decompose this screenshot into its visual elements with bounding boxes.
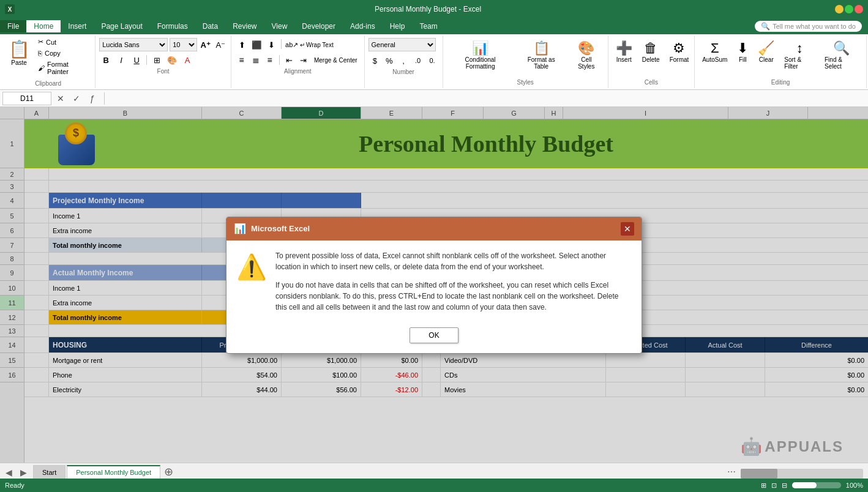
dialog-close-button[interactable]: ✕ bbox=[621, 222, 634, 236]
decrease-indent-btn[interactable]: ⇤ bbox=[283, 53, 296, 67]
align-center-btn[interactable]: ≣ bbox=[249, 53, 262, 67]
status-bar: Ready ⊞ ⊡ ⊟ 100% bbox=[0, 479, 868, 492]
paste-button[interactable]: 📋 Paste bbox=[4, 37, 34, 69]
menu-data[interactable]: Data bbox=[195, 20, 225, 32]
minimize-btn[interactable] bbox=[835, 5, 844, 13]
font-group-label: Font bbox=[99, 68, 227, 75]
dialog-body: ⚠️ To prevent possible loss of data, Exc… bbox=[226, 240, 642, 322]
view-preview-btn[interactable]: ⊟ bbox=[782, 482, 787, 490]
number-group: General $ % , .0 0. Number bbox=[365, 35, 443, 88]
app-title: Personal Monthly Budget - Excel bbox=[21, 5, 835, 13]
menu-file[interactable]: File bbox=[0, 20, 26, 32]
excel-dialog: 📊 Microsoft Excel ✕ ⚠️ To prevent possib… bbox=[226, 217, 642, 354]
italic-btn[interactable]: I bbox=[114, 53, 128, 67]
align-top-btn[interactable]: ⬆ bbox=[235, 38, 249, 51]
dialog-footer: OK bbox=[226, 322, 642, 353]
delete-cells-btn[interactable]: 🗑 Delete bbox=[638, 38, 664, 78]
sheet-tab-budget[interactable]: Personal Monthly Budget bbox=[67, 465, 160, 479]
align-right-btn[interactable]: ≡ bbox=[263, 53, 276, 67]
align-middle-btn[interactable]: ⬛ bbox=[250, 38, 263, 51]
add-sheet-btn[interactable]: ⊕ bbox=[162, 465, 175, 479]
status-ready: Ready bbox=[5, 482, 24, 489]
currency-btn[interactable]: $ bbox=[369, 54, 381, 67]
merge-center-btn[interactable]: Merge & Center bbox=[311, 53, 361, 67]
menu-formulas[interactable]: Formulas bbox=[150, 20, 195, 32]
dialog-title: Microsoft Excel bbox=[251, 224, 621, 233]
font-size-select[interactable]: 10 bbox=[170, 38, 197, 51]
clipboard-group: 📋 Paste ✂Cut ⎘Copy 🖌Format Painter bbox=[1, 35, 95, 88]
font-name-select[interactable]: Lucida Sans bbox=[99, 38, 168, 51]
dialog-overlay: 📊 Microsoft Excel ✕ ⚠️ To prevent possib… bbox=[0, 107, 868, 463]
increase-indent-btn[interactable]: ⇥ bbox=[297, 53, 310, 67]
dialog-titlebar: 📊 Microsoft Excel ✕ bbox=[226, 217, 642, 240]
comma-btn[interactable]: , bbox=[397, 54, 410, 67]
search-box[interactable]: 🔍 Tell me what you want to do bbox=[755, 21, 862, 32]
menu-home[interactable]: Home bbox=[26, 20, 61, 32]
horizontal-scrollbar[interactable] bbox=[741, 469, 863, 479]
insert-cells-btn[interactable]: ➕ Insert bbox=[612, 38, 636, 78]
nav-right-btn[interactable]: ▶ bbox=[17, 466, 29, 479]
increase-decimal-btn[interactable]: 0. bbox=[425, 54, 438, 67]
sheet-options-btn[interactable]: ⋯ bbox=[725, 465, 738, 479]
dialog-message2: If you do not have data in cells that ca… bbox=[275, 280, 632, 313]
underline-btn[interactable]: U bbox=[130, 53, 143, 67]
conditional-formatting-btn[interactable]: 📊 Conditional Formatting bbox=[447, 38, 514, 72]
menu-help[interactable]: Help bbox=[383, 20, 413, 32]
cells-group-label: Cells bbox=[612, 79, 690, 86]
number-format-select[interactable]: General bbox=[369, 38, 436, 51]
number-group-label: Number bbox=[369, 69, 439, 75]
maximize-btn[interactable] bbox=[845, 5, 853, 13]
border-btn[interactable]: ⊞ bbox=[150, 53, 163, 67]
formula-cancel-btn[interactable]: ✕ bbox=[54, 92, 67, 105]
font-decrease-btn[interactable]: A⁻ bbox=[214, 38, 227, 51]
cell-styles-btn[interactable]: 🎨 Cell Styles bbox=[569, 38, 604, 72]
format-cells-btn[interactable]: ⚙ Format bbox=[666, 38, 693, 78]
alignment-group-label: Alignment bbox=[235, 68, 361, 75]
wrap-text-btn[interactable]: ↵Wrap Text bbox=[299, 38, 342, 51]
formula-function-btn[interactable]: ƒ bbox=[86, 92, 99, 105]
menu-review[interactable]: Review bbox=[225, 20, 264, 32]
copy-label: Copy bbox=[45, 50, 61, 57]
close-btn[interactable] bbox=[855, 5, 863, 13]
font-increase-btn[interactable]: A⁺ bbox=[199, 38, 212, 51]
copy-button[interactable]: ⎘Copy bbox=[36, 48, 92, 58]
formula-input[interactable] bbox=[110, 92, 866, 105]
view-normal-btn[interactable]: ⊞ bbox=[761, 482, 766, 490]
align-bottom-btn[interactable]: ⬇ bbox=[264, 38, 278, 51]
font-color-btn[interactable]: A bbox=[181, 53, 194, 67]
formula-enter-btn[interactable]: ✓ bbox=[70, 92, 83, 105]
percent-btn[interactable]: % bbox=[383, 54, 395, 67]
align-left-btn[interactable]: ≡ bbox=[235, 53, 248, 67]
bold-btn[interactable]: B bbox=[99, 53, 113, 67]
menu-insert[interactable]: Insert bbox=[61, 20, 94, 32]
find-select-btn[interactable]: 🔍 Find & Select bbox=[821, 38, 862, 78]
menu-addins[interactable]: Add-ins bbox=[343, 20, 383, 32]
sheet-tab-start[interactable]: Start bbox=[33, 465, 65, 479]
cell-ref-input[interactable] bbox=[2, 92, 51, 105]
paste-label: Paste bbox=[11, 59, 27, 66]
nav-left-btn[interactable]: ◀ bbox=[2, 466, 15, 479]
editing-group-label: Editing bbox=[698, 79, 862, 86]
orientation-btn[interactable]: ab↗ bbox=[285, 38, 298, 51]
search-placeholder: Tell me what you want to do bbox=[773, 23, 856, 30]
dialog-icon-left: 📊 bbox=[234, 223, 246, 234]
menu-view[interactable]: View bbox=[264, 20, 295, 32]
fill-color-btn[interactable]: 🎨 bbox=[165, 53, 179, 67]
autosum-btn[interactable]: Σ AutoSum bbox=[698, 38, 731, 78]
clipboard-group-label: Clipboard bbox=[4, 80, 92, 87]
format-painter-button[interactable]: 🖌Format Painter bbox=[36, 59, 92, 76]
view-page-btn[interactable]: ⊡ bbox=[771, 482, 777, 490]
cells-group: ➕ Insert 🗑 Delete ⚙ Format Cells bbox=[608, 35, 695, 88]
clear-btn[interactable]: 🧹 Clear bbox=[754, 38, 778, 78]
dialog-message1: To prevent possible loss of data, Excel … bbox=[275, 250, 632, 272]
decrease-decimal-btn[interactable]: .0 bbox=[411, 54, 424, 67]
cut-button[interactable]: ✂Cut bbox=[36, 37, 92, 47]
menu-page-layout[interactable]: Page Layout bbox=[94, 20, 149, 32]
format-as-table-btn[interactable]: 📋 Format as Table bbox=[516, 38, 566, 72]
menu-developer[interactable]: Developer bbox=[294, 20, 343, 32]
fill-btn[interactable]: ⬇ Fill bbox=[733, 38, 752, 78]
menu-team[interactable]: Team bbox=[412, 20, 444, 32]
sort-filter-btn[interactable]: ↕ Sort & Filter bbox=[780, 38, 818, 78]
cut-label: Cut bbox=[46, 39, 56, 46]
dialog-ok-button[interactable]: OK bbox=[410, 327, 458, 343]
